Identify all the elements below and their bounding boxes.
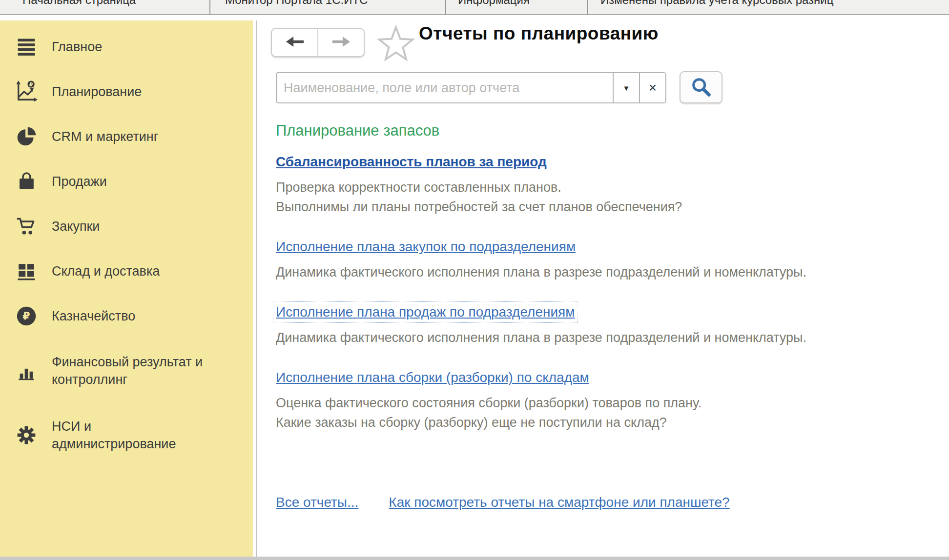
warehouse-icon <box>15 260 38 283</box>
report-description-line: Динамика фактического исполнения плана в… <box>276 328 945 347</box>
menu-icon <box>15 35 38 59</box>
sidebar-item-label: Склад и доставка <box>52 262 160 280</box>
history-nav <box>271 28 365 57</box>
search-button[interactable] <box>680 71 722 103</box>
gear-icon <box>15 423 38 447</box>
pie-chart-icon <box>15 125 38 148</box>
tab-exchange-rate-rules[interactable]: Изменены правила учета курсовых разниц <box>588 0 949 15</box>
tab-label: Изменены правила учета курсовых разниц <box>588 0 949 7</box>
sidebar-item-label: CRM и маркетинг <box>52 128 159 145</box>
report-search-field: ▼ × <box>276 72 666 103</box>
close-icon: × <box>649 81 657 95</box>
sidebar-item-nsi-administration[interactable]: НСИ и администрирование <box>0 403 253 467</box>
sidebar-item-label: Казначейство <box>52 307 135 325</box>
right-arrow-icon <box>332 36 351 49</box>
bag-icon <box>15 170 38 193</box>
search-dropdown-button[interactable]: ▼ <box>613 73 639 102</box>
sidebar-item-label: Финансовый результат и контроллинг <box>52 353 203 388</box>
sidebar-item-label: НСИ и администрирование <box>52 418 176 453</box>
footer-links: Все отчеты... Как посмотреть отчеты на с… <box>276 495 945 510</box>
report-link-purchase-plan-execution[interactable]: Исполнение плана закупок по подразделени… <box>276 239 576 255</box>
tab-label: Информация <box>446 0 587 7</box>
sidebar-nav: Главное ₽ Планирование CRM и маркетинг <box>0 20 253 557</box>
svg-text:₽: ₽ <box>22 310 30 322</box>
reports-list: Планирование запасов Сбалансированность … <box>276 122 945 510</box>
sidebar-item-label: Закупки <box>52 218 100 235</box>
search-clear-button[interactable]: × <box>639 73 665 102</box>
report-description-line: Какие заказы на сборку (разборку) еще не… <box>276 413 945 432</box>
sidebar-item-treasury[interactable]: ₽ Казначейство <box>0 294 253 339</box>
sidebar-item-main[interactable]: Главное <box>0 24 253 69</box>
sidebar-item-sales[interactable]: Продажи <box>0 159 253 204</box>
sidebar-item-planning[interactable]: ₽ Планирование <box>0 69 253 114</box>
sidebar-item-warehouse-delivery[interactable]: Склад и доставка <box>0 249 253 294</box>
report-link-assembly-plan-execution[interactable]: Исполнение плана сборки (разборки) по ск… <box>276 370 589 385</box>
tab-its-portal-monitor[interactable]: Монитор Портала 1С:ИТС <box>210 0 446 15</box>
report-item: Сбалансированность планов за период Пров… <box>276 154 945 217</box>
section-title: Планирование запасов <box>276 122 945 140</box>
report-item: Исполнение плана продаж по подразделения… <box>276 304 945 347</box>
sidebar-item-purchases[interactable]: Закупки <box>0 204 253 249</box>
favorite-star-icon[interactable] <box>377 25 415 63</box>
tab-label: Монитор Портала 1С:ИТС <box>210 0 445 7</box>
search-input[interactable] <box>277 73 613 102</box>
forward-button[interactable] <box>318 29 364 56</box>
ruble-icon: ₽ <box>15 304 38 328</box>
back-button[interactable] <box>272 29 318 56</box>
all-reports-link[interactable]: Все отчеты... <box>276 495 358 510</box>
sidebar-item-label: Планирование <box>52 83 142 100</box>
mobile-help-link[interactable]: Как посмотреть отчеты на смартфоне или п… <box>389 495 729 510</box>
tab-information[interactable]: Информация <box>446 0 588 15</box>
tab-home-page[interactable]: Начальная страница <box>0 0 210 15</box>
sidebar-content-divider <box>256 20 257 557</box>
window-tab-bar: Начальная страница Монитор Портала 1С:ИТ… <box>0 0 949 15</box>
tab-label: Начальная страница <box>0 0 209 7</box>
left-arrow-icon <box>286 36 304 49</box>
report-description-line: Проверка корректности составленных плано… <box>276 178 945 197</box>
report-description-line: Оценка фактического состояния сборки (ра… <box>276 393 945 413</box>
report-item: Исполнение плана сборки (разборки) по ск… <box>276 370 945 432</box>
svg-text:₽: ₽ <box>29 81 33 87</box>
report-link-sales-plan-execution[interactable]: Исполнение плана продаж по подразделения… <box>276 304 575 320</box>
cart-icon <box>15 215 38 238</box>
magnifier-icon <box>690 76 712 100</box>
report-description-line: Динамика фактического исполнения плана в… <box>276 262 945 282</box>
planning-icon: ₽ <box>15 80 38 103</box>
chevron-down-icon: ▼ <box>623 84 630 92</box>
sidebar-item-label: Продажи <box>52 173 107 190</box>
report-item: Исполнение плана закупок по подразделени… <box>276 239 945 282</box>
sidebar-item-financial-result[interactable]: Финансовый результат и контроллинг <box>0 339 253 403</box>
report-description-line: Выполнимы ли планы потребностей за счет … <box>276 197 945 217</box>
bar-chart-icon <box>15 359 38 382</box>
report-link-plan-balance[interactable]: Сбалансированность планов за период <box>276 154 547 170</box>
sidebar-item-crm-marketing[interactable]: CRM и маркетинг <box>0 114 253 159</box>
bottom-edge-strip <box>0 557 949 560</box>
sidebar-item-label: Главное <box>52 38 102 56</box>
page-title: Отчеты по планированию <box>419 23 659 44</box>
